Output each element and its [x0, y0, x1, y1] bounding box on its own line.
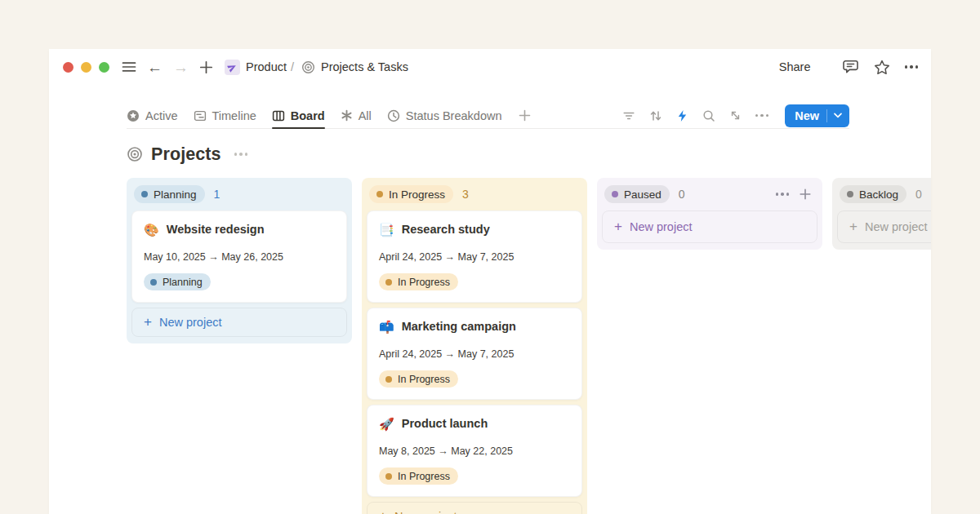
column-count: 0: [679, 188, 685, 201]
column-status-pill[interactable]: Backlog: [840, 185, 906, 203]
titlebar: ← → Product / Projects & Tasks Share: [49, 49, 931, 85]
app-window: ← → Product / Projects & Tasks Share Act…: [49, 49, 931, 514]
tab-board[interactable]: Board: [272, 103, 325, 128]
column-paused: Paused 0 + New project: [597, 178, 822, 250]
page-header: Projects: [127, 140, 931, 168]
board-icon: [272, 109, 285, 122]
project-title: Product launch: [402, 415, 488, 432]
minimize-window-button[interactable]: [81, 62, 91, 73]
tab-label: Board: [291, 109, 325, 122]
new-project-button[interactable]: + New project: [602, 210, 817, 243]
asterisk-icon: [341, 109, 353, 122]
new-button[interactable]: New: [785, 104, 849, 127]
status-dot: [385, 376, 392, 383]
column-status-pill[interactable]: Paused: [604, 185, 670, 203]
breadcrumb-workspace[interactable]: Product: [246, 60, 287, 73]
status-dot: [141, 191, 148, 197]
expand-icon[interactable]: [729, 109, 742, 122]
column-header: In Progress 3: [367, 184, 582, 204]
page-title: Projects: [151, 144, 221, 165]
new-project-button[interactable]: + New project: [367, 502, 582, 514]
column-add-icon[interactable]: [800, 188, 811, 200]
tab-label: Timeline: [212, 109, 256, 122]
new-project-button[interactable]: + New project: [837, 210, 931, 243]
add-view-icon[interactable]: [519, 109, 531, 122]
status-label: In Progress: [398, 471, 450, 482]
column-count: 1: [214, 188, 220, 201]
column-name: Backlog: [859, 188, 898, 201]
chevron-down-icon[interactable]: [827, 113, 849, 118]
back-arrow-icon[interactable]: ←: [147, 60, 163, 75]
favorite-star-icon[interactable]: [874, 60, 890, 75]
column-header: Backlog 0: [837, 184, 931, 204]
tab-label: All: [359, 109, 372, 122]
status-pill: In Progress: [379, 370, 458, 388]
column-name: In Progress: [389, 188, 445, 201]
project-dates: April 24, 2025 → May 7, 2025: [379, 348, 570, 361]
timeline-icon: [194, 109, 207, 122]
status-dot: [612, 191, 618, 197]
bookmark-tabs-emoji-icon: 📑: [379, 221, 394, 238]
status-label: Planning: [163, 277, 203, 288]
rocket-emoji-icon: 🚀: [379, 415, 394, 432]
project-dates: May 10, 2025 → May 26, 2025: [144, 251, 335, 264]
status-dot: [376, 191, 383, 197]
column-in-progress: In Progress 3 📑 Research study April 24,…: [362, 178, 587, 514]
new-project-label: New project: [159, 316, 222, 329]
workspace-icon[interactable]: [225, 60, 240, 75]
tab-status-breakdown[interactable]: Status Breakdown: [387, 103, 502, 128]
view-more-icon[interactable]: [755, 114, 769, 117]
breadcrumb-separator: /: [291, 60, 294, 73]
project-card[interactable]: 📑 Research study April 24, 2025 → May 7,…: [367, 210, 582, 303]
new-project-label: New project: [865, 220, 928, 233]
share-button[interactable]: Share: [779, 60, 811, 73]
search-icon[interactable]: [702, 109, 715, 122]
maximize-window-button[interactable]: [99, 62, 109, 73]
project-title: Research study: [402, 221, 490, 238]
column-header: Paused 0: [602, 184, 817, 204]
new-button-label: New: [785, 109, 826, 122]
view-controls: New: [622, 104, 849, 127]
column-backlog: Backlog 0 + New project: [832, 178, 931, 250]
status-dot: [385, 279, 392, 286]
column-status-pill[interactable]: Planning: [134, 185, 205, 203]
tab-all[interactable]: All: [341, 103, 372, 128]
view-toolbar: Active Timeline Board All Status Breakdo…: [127, 103, 849, 129]
kanban-board: Planning 1 🎨 Website redesign May 10, 20…: [127, 178, 931, 514]
new-project-button[interactable]: + New project: [131, 308, 347, 337]
project-title: Website redesign: [167, 221, 265, 238]
new-project-label: New project: [630, 220, 693, 233]
sort-icon[interactable]: [649, 109, 662, 122]
tab-active[interactable]: Active: [127, 103, 178, 128]
breadcrumb-page[interactable]: Projects & Tasks: [321, 60, 408, 73]
plus-icon: +: [144, 315, 152, 329]
tab-timeline[interactable]: Timeline: [194, 103, 256, 128]
close-window-button[interactable]: [63, 62, 74, 73]
filter-icon[interactable]: [622, 109, 635, 122]
plus-icon: +: [614, 219, 622, 233]
column-status-pill[interactable]: In Progress: [369, 185, 453, 203]
clock-icon: [387, 109, 400, 122]
column-more-icon[interactable]: [776, 193, 790, 196]
status-dot: [385, 473, 392, 480]
project-card[interactable]: 🚀 Product launch May 8, 2025 → May 22, 2…: [367, 405, 582, 497]
project-card[interactable]: 🎨 Website redesign May 10, 2025 → May 26…: [131, 210, 347, 303]
sidebar-menu-icon[interactable]: [122, 60, 136, 73]
column-planning: Planning 1 🎨 Website redesign May 10, 20…: [127, 178, 352, 343]
palette-emoji-icon: 🎨: [144, 221, 159, 238]
comments-icon[interactable]: [842, 59, 859, 75]
projects-target-icon: [127, 146, 143, 162]
forward-arrow-icon[interactable]: →: [173, 60, 189, 75]
plus-icon: +: [849, 219, 858, 233]
project-dates: April 24, 2025 → May 7, 2025: [379, 251, 570, 264]
project-card[interactable]: 📫 Marketing campaign April 24, 2025 → Ma…: [367, 308, 582, 400]
more-options-icon[interactable]: [905, 65, 919, 69]
status-dot: [150, 279, 157, 286]
tab-label: Status Breakdown: [406, 109, 502, 122]
status-dot: [847, 191, 853, 197]
column-name: Paused: [624, 188, 662, 201]
automation-bolt-icon[interactable]: [676, 109, 688, 122]
new-tab-icon[interactable]: [199, 60, 213, 74]
window-controls: [63, 62, 109, 73]
page-title-more-icon[interactable]: [234, 153, 248, 156]
